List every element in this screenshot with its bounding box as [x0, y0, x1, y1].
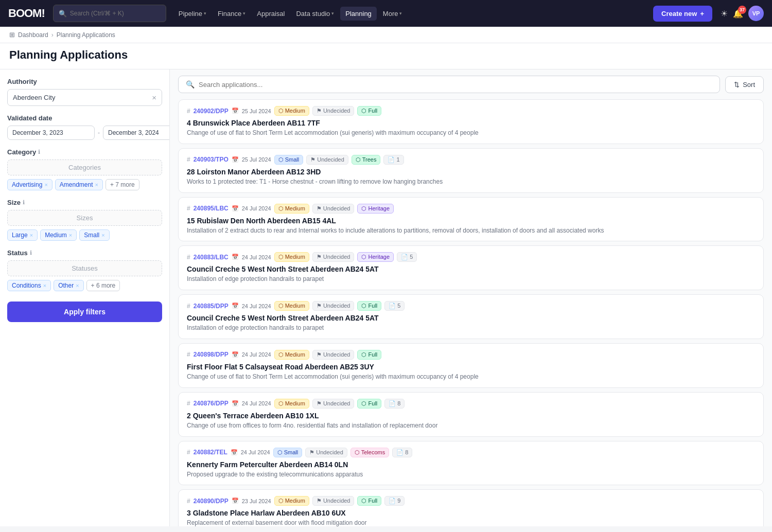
status-label: Status — [7, 249, 28, 257]
doc-count-badge: 📄 8 — [384, 399, 405, 409]
status-info-icon: ℹ — [30, 250, 32, 256]
doc-count-badge: 📄 5 — [384, 301, 405, 311]
decision-badge: ⚑ Undecided — [306, 155, 348, 165]
tag-medium[interactable]: Medium × — [40, 229, 77, 241]
nav-item-datastudio[interactable]: Data studio ▾ — [291, 7, 339, 21]
category-more-button[interactable]: + 7 more — [106, 179, 139, 190]
categories-button[interactable]: Categories — [7, 159, 162, 175]
card-hash: # — [187, 254, 190, 261]
card-ref: 240883/LBC — [194, 254, 229, 261]
theme-icon[interactable]: ☀ — [721, 9, 728, 19]
tag-amendment[interactable]: Amendment × — [55, 179, 103, 190]
decision-badge: ⚑ Undecided — [312, 301, 355, 311]
breadcrumb-home-link[interactable]: Dashboard — [18, 31, 48, 39]
nav-item-pipeline[interactable]: Pipeline ▾ — [173, 7, 212, 21]
calendar-icon: 📅 — [231, 449, 238, 456]
calendar-icon: 📅 — [232, 108, 239, 114]
calendar-icon: 📅 — [232, 400, 239, 407]
card-date: 24 Jul 2024 — [242, 303, 271, 309]
calendar-icon: 📅 — [232, 498, 239, 504]
card-ref: 240902/DPP — [194, 108, 229, 115]
search-icon: 🔍 — [59, 10, 67, 17]
remove-other-icon[interactable]: × — [76, 282, 79, 289]
size-badge: ⬡ Small — [274, 155, 304, 165]
nav-item-more[interactable]: More ▾ — [378, 7, 408, 21]
app-search-input[interactable] — [199, 81, 712, 88]
nav-item-finance[interactable]: Finance ▾ — [213, 7, 251, 21]
authority-label: Authority — [7, 78, 162, 85]
app-card[interactable]: # 240890/DPP 📅 23 Jul 2024 ⬡ Medium ⚑ Un… — [178, 489, 764, 526]
remove-medium-icon[interactable]: × — [69, 232, 72, 238]
search-icon: 🔍 — [186, 80, 195, 88]
card-desc: Installation of 2 extract ducts to rear … — [187, 226, 755, 235]
status-more-button[interactable]: + 6 more — [86, 280, 120, 291]
app-card[interactable]: # 240902/DPP 📅 25 Jul 2024 ⬡ Medium ⚑ Un… — [178, 99, 764, 144]
decision-badge: ⚑ Undecided — [312, 106, 355, 116]
app-card[interactable]: # 240885/DPP 📅 24 Jul 2024 ⬡ Medium ⚑ Un… — [178, 294, 764, 339]
notification-badge: 37 — [738, 6, 746, 14]
size-badge: ⬡ Medium — [274, 301, 309, 311]
card-date: 24 Jul 2024 — [242, 254, 271, 260]
calendar-icon: 📅 — [232, 156, 239, 163]
size-badge: ⬡ Medium — [274, 399, 309, 409]
tag-other[interactable]: Other × — [54, 280, 83, 291]
card-date: 24 Jul 2024 — [242, 351, 271, 358]
search-input[interactable] — [70, 10, 161, 17]
app-card[interactable]: # 240898/DPP 📅 24 Jul 2024 ⬡ Medium ⚑ Un… — [178, 343, 764, 388]
search-bar[interactable]: 🔍 — [53, 5, 166, 22]
app-card[interactable]: # 240876/DPP 📅 24 Jul 2024 ⬡ Medium ⚑ Un… — [178, 392, 764, 437]
doc-count-badge: 📄 1 — [383, 155, 403, 165]
create-new-button[interactable]: Create new + — [653, 6, 712, 22]
card-ref: 240882/TEL — [194, 449, 227, 456]
clear-authority-button[interactable]: × — [152, 93, 156, 102]
nav-item-appraisal[interactable]: Appraisal — [252, 7, 290, 21]
type-badge: ⬡ Full — [357, 106, 381, 116]
card-ref: 240898/DPP — [194, 351, 229, 358]
size-badge: ⬡ Medium — [274, 496, 309, 506]
apply-filters-button[interactable]: Apply filters — [7, 302, 162, 322]
notification-icon[interactable]: 🔔 37 — [733, 9, 743, 19]
app-card[interactable]: # 240903/TPO 📅 25 Jul 2024 ⬡ Small ⚑ Und… — [178, 148, 764, 193]
card-date: 25 Jul 2024 — [242, 156, 271, 163]
card-desc: Replacement of external basement door wi… — [187, 519, 755, 526]
tag-large[interactable]: Large × — [7, 229, 38, 241]
remove-small-icon[interactable]: × — [101, 232, 104, 238]
app-card[interactable]: # 240895/LBC 📅 24 Jul 2024 ⬡ Medium ⚑ Un… — [178, 197, 764, 242]
remove-large-icon[interactable]: × — [30, 232, 33, 238]
card-title: Council Creche 5 West North Street Aberd… — [187, 265, 755, 273]
nav-items: Pipeline ▾ Finance ▾ Appraisal Data stud… — [173, 7, 408, 21]
date-to-input[interactable] — [103, 126, 170, 140]
content-header: 🔍 ⇅ Sort — [178, 76, 764, 93]
tag-conditions[interactable]: Conditions × — [7, 280, 51, 291]
tag-advertising[interactable]: Advertising × — [7, 179, 52, 190]
app-card[interactable]: # 240882/TEL 📅 24 Jul 2024 ⬡ Small ⚑ Und… — [178, 441, 764, 486]
nav-item-planning[interactable]: Planning — [340, 7, 377, 21]
card-date: 24 Jul 2024 — [241, 449, 270, 455]
card-title: Council Creche 5 West North Street Aberd… — [187, 314, 755, 322]
remove-advertising-icon[interactable]: × — [44, 182, 47, 188]
remove-amendment-icon[interactable]: × — [95, 182, 98, 188]
card-date: 24 Jul 2024 — [242, 400, 271, 406]
chevron-icon: ▾ — [204, 11, 206, 16]
size-badge: ⬡ Medium — [274, 252, 309, 262]
tag-small[interactable]: Small × — [79, 229, 109, 241]
remove-conditions-icon[interactable]: × — [43, 282, 46, 289]
size-badge: ⬡ Medium — [274, 204, 309, 214]
doc-count-badge: 📄 9 — [384, 496, 405, 506]
sort-icon: ⇅ — [734, 81, 740, 88]
app-search[interactable]: 🔍 — [178, 76, 720, 93]
avatar[interactable]: VP — [748, 6, 764, 21]
logo[interactable]: BOOM! — [8, 7, 45, 20]
type-badge: ⬡ Telecoms — [350, 448, 389, 457]
sort-button[interactable]: ⇅ Sort — [725, 76, 764, 93]
size-badge: ⬡ Medium — [274, 106, 309, 116]
card-top: # 240903/TPO 📅 25 Jul 2024 ⬡ Small ⚑ Und… — [187, 155, 755, 165]
card-title: 28 Loirston Manor Aberdeen AB12 3HD — [187, 168, 755, 176]
doc-count-badge: 📄 5 — [397, 252, 417, 262]
statuses-button[interactable]: Statuses — [7, 260, 162, 276]
authority-input[interactable]: Aberdeen City × — [7, 89, 162, 106]
date-from-input[interactable] — [7, 126, 95, 140]
app-card[interactable]: # 240883/LBC 📅 24 Jul 2024 ⬡ Medium ⚑ Un… — [178, 245, 764, 290]
chevron-icon: ▾ — [399, 11, 402, 16]
sizes-button[interactable]: Sizes — [7, 210, 162, 226]
